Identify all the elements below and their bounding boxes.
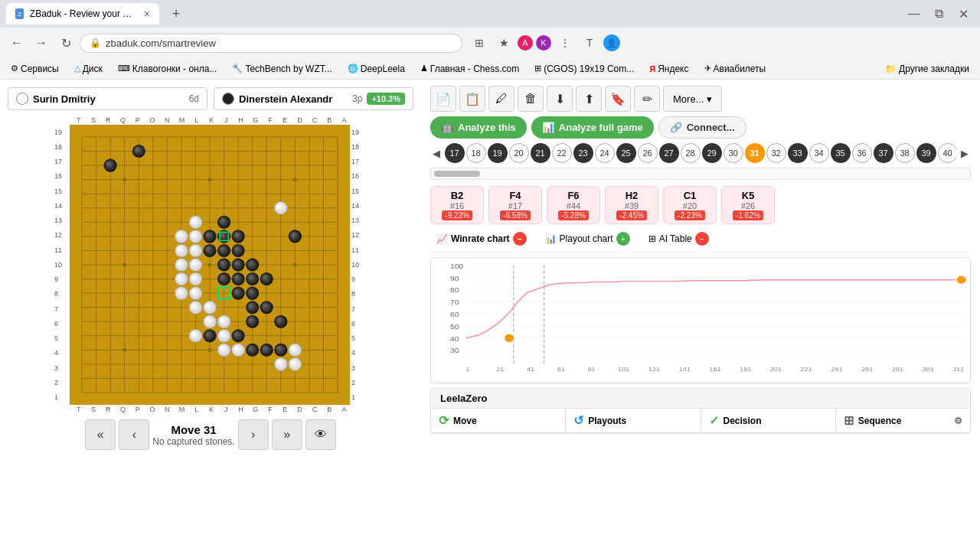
refresh-button[interactable]: ↻ — [55, 32, 77, 54]
move-nav-left[interactable]: ◀ — [430, 145, 443, 161]
annotate-button[interactable]: ✏ — [634, 86, 660, 112]
playout-toggle[interactable]: + — [616, 232, 630, 246]
connect-button[interactable]: 🔗 Connect... — [658, 116, 746, 139]
suggestion-F6[interactable]: F6#44-5.28% — [547, 186, 600, 224]
svg-text:101: 101 — [618, 366, 629, 373]
move-num-20[interactable]: 20 — [509, 143, 529, 163]
bookmark-techbench[interactable]: 🔧 TechBench by WZT... — [227, 62, 336, 76]
connect-label: Connect... — [687, 122, 735, 133]
move-num-39[interactable]: 39 — [916, 143, 936, 163]
tab-close-btn[interactable]: × — [144, 8, 150, 20]
copy-button[interactable]: 📋 — [459, 86, 485, 112]
user-avatar[interactable]: 👤 — [603, 34, 620, 51]
move-num-17[interactable]: 17 — [445, 143, 465, 163]
bookmark-yandex[interactable]: Я Яндекс — [645, 62, 693, 76]
move-num-38[interactable]: 38 — [895, 143, 915, 163]
new-doc-button[interactable]: 📄 — [430, 86, 456, 112]
bookmark-servisy[interactable]: ⚙ Сервисы — [6, 62, 64, 76]
move-num-33[interactable]: 33 — [788, 143, 808, 163]
edit-button[interactable]: 🖊 — [488, 86, 514, 112]
bookmark-disk[interactable]: △ Диск — [70, 62, 107, 76]
bookmark-button[interactable]: 🔖 — [605, 86, 631, 112]
maximize-button[interactable]: ⧉ — [928, 3, 949, 24]
bookmark-star-icon[interactable]: ★ — [493, 32, 514, 54]
move-num-34[interactable]: 34 — [809, 143, 829, 163]
minimize-button[interactable]: — — [903, 3, 925, 24]
ai-toggle[interactable]: − — [695, 232, 709, 246]
download-button[interactable]: ⬇ — [547, 86, 573, 112]
svg-text:21: 21 — [496, 366, 504, 373]
bookmark-klavogonki[interactable]: ⌨ Клавогонки - онла... — [113, 62, 222, 76]
move-num-21[interactable]: 21 — [531, 143, 550, 163]
suggestion-C1[interactable]: C1#20-2.23% — [663, 186, 717, 224]
close-button[interactable]: ✕ — [952, 3, 974, 24]
svg-text:201: 201 — [770, 366, 782, 373]
analyze-full-game-button[interactable]: 📊 Analyze full game — [531, 116, 654, 139]
leela-columns: ⟳ Move ↺ Playouts ✓ Decision ⊞ Sequence … — [431, 409, 970, 433]
more-button[interactable]: More... ▾ — [663, 86, 722, 112]
new-tab-button[interactable]: + — [165, 3, 187, 24]
move-num-28[interactable]: 28 — [681, 143, 701, 163]
playout-chart-tab[interactable]: 📊 Playout chart + — [539, 229, 636, 249]
move-num-19[interactable]: 19 — [488, 143, 508, 163]
forward-button[interactable]: → — [31, 32, 52, 54]
winrate-toggle[interactable]: − — [513, 232, 527, 246]
move-num-24[interactable]: 24 — [595, 143, 615, 163]
sequence-settings-icon[interactable]: ⚙ — [954, 416, 962, 426]
profile-icon-2[interactable]: K — [536, 35, 551, 51]
toggle-view-button[interactable]: 👁 — [305, 419, 336, 450]
suggestion-F4[interactable]: F4#17-6.58% — [488, 186, 542, 224]
go-board-canvas[interactable] — [70, 125, 350, 405]
delete-button[interactable]: 🗑 — [518, 86, 544, 112]
svg-text:90: 90 — [450, 274, 459, 282]
move-nav-right[interactable]: ▶ — [958, 145, 971, 161]
svg-text:1: 1 — [466, 366, 469, 373]
suggestion-B2[interactable]: B2#16-9.23% — [430, 186, 484, 224]
upload-button[interactable]: ⬆ — [576, 86, 602, 112]
svg-text:181: 181 — [740, 366, 751, 373]
suggestion-H2[interactable]: H2#39-2.45% — [605, 186, 658, 224]
move-num-23[interactable]: 23 — [573, 143, 593, 163]
move-num-36[interactable]: 36 — [852, 143, 872, 163]
profile-icon-1[interactable]: A — [518, 35, 533, 51]
bookmark-avia[interactable]: ✈ Авиабилеты — [700, 62, 771, 76]
tab-favicon: Z — [15, 8, 24, 19]
chart-tabs: 📈 Winrate chart − 📊 Playout chart + ⊞ AI… — [430, 229, 971, 253]
move-num-35[interactable]: 35 — [831, 143, 851, 163]
next-move-button[interactable]: › — [238, 419, 269, 450]
settings-icon[interactable]: ⋮ — [554, 32, 576, 54]
analyze-this-button[interactable]: 🤖 Analyze this — [430, 116, 527, 139]
move-num-31[interactable]: 31 — [745, 143, 765, 163]
analyze-full-label: Analyze full game — [559, 122, 643, 133]
suggestion-K5[interactable]: K5#26-1.62% — [721, 186, 775, 224]
bookmark-cgos[interactable]: ⊞ (CGOS) 19x19 Com... — [530, 62, 639, 76]
extensions-icon[interactable]: ⊞ — [469, 32, 490, 54]
bookmark-deepleela[interactable]: 🌐 DeepLeela — [343, 62, 410, 76]
move-num-25[interactable]: 25 — [616, 143, 636, 163]
scroll-area[interactable] — [430, 168, 971, 180]
active-tab[interactable]: Z ZBaduk - Review your Baduk ga... × — [6, 3, 159, 24]
move-num-29[interactable]: 29 — [702, 143, 722, 163]
ai-table-tab[interactable]: ⊞ AI Table − — [642, 229, 715, 249]
move-num-37[interactable]: 37 — [874, 143, 893, 163]
move-num-27[interactable]: 27 — [659, 143, 679, 163]
black-player-rank: 3p — [352, 93, 362, 104]
back-button[interactable]: ← — [6, 32, 28, 54]
move-num-22[interactable]: 22 — [552, 143, 572, 163]
scroll-thumb[interactable] — [434, 171, 480, 177]
address-bar[interactable]: 🔒 zbaduk.com/smartreview — [80, 34, 462, 53]
bookmark-chess[interactable]: ♟ Главная - Chess.com — [416, 62, 524, 76]
move-num-40[interactable]: 40 — [938, 143, 957, 163]
playouts-col-label: Playouts — [588, 416, 626, 426]
winrate-chart-label: Winrate chart — [451, 233, 510, 244]
winrate-chart-tab[interactable]: 📈 Winrate chart − — [430, 229, 533, 249]
move-num-32[interactable]: 32 — [766, 143, 786, 163]
prev-move-button[interactable]: ‹ — [119, 419, 149, 450]
move-num-18[interactable]: 18 — [466, 143, 486, 163]
last-move-button[interactable]: » — [272, 419, 302, 450]
move-num-26[interactable]: 26 — [638, 143, 658, 163]
move-num-30[interactable]: 30 — [724, 143, 743, 163]
other-bookmarks[interactable]: 📁 Другие закладки — [880, 62, 974, 76]
translate-icon[interactable]: T — [579, 32, 600, 54]
first-move-button[interactable]: « — [85, 419, 116, 450]
